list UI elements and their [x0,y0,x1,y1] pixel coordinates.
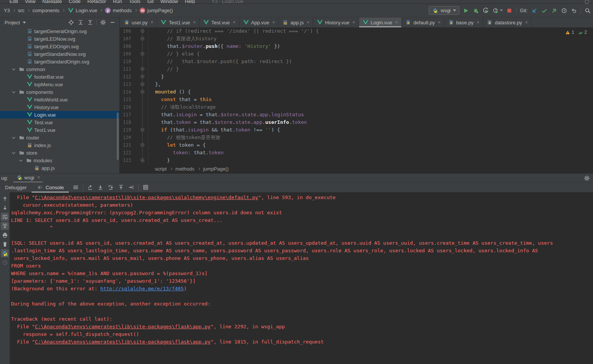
close-tab-icon[interactable]: × [272,20,275,25]
tree-item-targetstandardorigin-svg[interactable]: targetStandardOrigin.svg [0,58,119,65]
tree-item-router[interactable]: router [0,134,119,141]
close-icon[interactable]: × [37,175,40,180]
git-rollback-button[interactable] [571,7,577,14]
history-icon[interactable] [1,258,9,266]
settings-icon[interactable] [583,175,590,181]
close-tab-icon[interactable]: × [193,20,196,25]
tree-item-footerbar-vue[interactable]: footerBar.vue [0,73,119,81]
tree-item-topmenu-vue[interactable]: topMenu.vue [0,81,119,88]
close-tab-icon[interactable]: × [151,20,153,25]
options-menu-button[interactable] [73,184,79,191]
editor-breadcrumb-item[interactable]: jumpPage() [203,166,229,172]
soft-wrap-button[interactable] [1,213,9,221]
breadcrumb-item[interactable]: mjumpPage() [140,8,173,13]
editor-tab-default-py[interactable]: default.py× [402,17,444,27]
fold-marker-icon[interactable] [141,90,144,93]
close-tab-icon[interactable]: × [395,20,398,25]
move-down-button[interactable] [108,184,114,191]
chevron-down-icon[interactable] [12,135,15,138]
menu-item-refactor[interactable]: Refactor [84,0,110,3]
down-stack-trace-button[interactable] [1,204,9,212]
restore-layout-button[interactable] [87,184,94,191]
python-console-button[interactable] [1,249,9,257]
stop-button[interactable] [506,7,513,14]
breadcrumb-item[interactable]: pmethods [105,8,132,13]
tab-debugger[interactable]: Debugger [0,182,32,193]
run-config-select[interactable]: wsgi [429,6,459,15]
close-tab-icon[interactable]: × [307,20,309,25]
menu-item-edit[interactable]: Edit [6,0,21,3]
menu-item-view[interactable]: View [21,0,39,3]
tab-console[interactable]: Console [32,182,69,193]
tree-item-history-vue[interactable]: History.vue [0,103,119,111]
close-tab-icon[interactable]: × [233,20,235,25]
fold-marker-icon[interactable] [141,67,144,71]
editor-tab-test-vue[interactable]: Test.vue× [200,17,239,27]
editor-tab-user-py[interactable]: user.py× [120,17,157,27]
menu-item-navigate[interactable]: Navigate [39,0,65,3]
clear-console-button[interactable] [1,240,9,248]
fold-marker-icon[interactable] [141,29,144,33]
debug-session-tab[interactable]: wsgi × [13,174,43,182]
code-editor[interactable]: 1 2 106 // if (redirect === '/index' || … [120,27,593,164]
tree-item-helloworld-vue[interactable]: HelloWorld.vue [0,96,119,103]
search-everywhere-button[interactable] [584,7,591,14]
editor-breadcrumb-item[interactable]: script [155,166,167,172]
run-button[interactable] [463,7,469,14]
editor-breadcrumb-item[interactable]: methods [175,166,194,172]
chevron-down-icon[interactable] [12,150,15,154]
editor-tab-login-vue[interactable]: Login.vue× [359,17,402,27]
git-update-button[interactable] [531,7,537,14]
tree-item-test-vue[interactable]: Test.vue [0,119,119,126]
tree-item-index-js[interactable]: JSindex.js [0,141,119,149]
editor-tab-datastore-py[interactable]: datastore.py× [483,17,532,27]
scroll-up-button[interactable] [118,184,124,191]
chevron-down-icon[interactable] [500,9,503,11]
fold-marker-icon[interactable] [141,158,144,162]
console-output[interactable]: File "C:\Anaconda3\envs\cameratest\lib\s… [10,192,593,364]
menu-item-code[interactable]: Code [65,0,84,3]
breadcrumb-item[interactable]: Login.vue [67,7,97,14]
tree-item-test1-vue[interactable]: Test1.vue [0,126,119,134]
tree-item-targetledorigin-svg[interactable]: targetLEDOrigin.svg [0,43,119,50]
editor-tab-test1-vue[interactable]: Test1.vue× [157,17,200,27]
profiler-button[interactable] [493,7,499,14]
close-tab-icon[interactable]: × [438,20,440,25]
locate-file-button[interactable] [68,19,74,26]
menu-item-help[interactable]: Help [181,0,199,3]
settings-icon[interactable] [100,19,106,26]
fold-marker-icon[interactable] [141,82,144,86]
hide-panel-button[interactable] [109,19,116,26]
chevron-down-icon[interactable] [23,22,26,24]
breadcrumb-item[interactable]: src [18,8,24,13]
print-button[interactable] [1,231,9,239]
fold-marker-icon[interactable] [141,52,144,55]
git-history-button[interactable] [561,7,567,14]
close-tab-icon[interactable]: × [353,20,355,25]
menu-item-tools[interactable]: Tools [126,0,144,3]
tree-item-store[interactable]: store [0,149,119,157]
tree-item-targetlednow-svg[interactable]: targetLEDNow.svg [0,35,119,43]
editor-tab-history-vue[interactable]: History.vue× [313,17,359,27]
tree-item-common[interactable]: common [0,65,119,73]
scroll-down-button[interactable] [97,184,104,191]
editor-tab-app-vue[interactable]: App.vue× [239,17,279,27]
close-tab-icon[interactable]: × [477,20,479,25]
tree-item-targetstandardnow-svg[interactable]: targetStandardNow.svg [0,50,119,58]
tree-item-modules[interactable]: modules [0,157,119,164]
scroll-to-end-button[interactable] [1,222,9,230]
breadcrumb-item[interactable]: Y3 [4,8,10,13]
chevron-down-icon[interactable] [12,90,15,93]
chevron-down-icon[interactable] [12,67,15,70]
tree-item-components[interactable]: components [0,88,119,96]
editor-tab-app-js[interactable]: JSapp.js× [279,17,313,27]
project-panel-title[interactable]: Project [5,20,20,25]
tree-item-targetgeneralorigin-svg[interactable]: targetGeneralOrigin.svg [0,27,119,35]
fold-marker-icon[interactable] [141,143,144,147]
file-link[interactable]: C:\Anaconda3\envs\cameratest\lib\site-pa… [35,324,211,329]
collapse-all-button[interactable] [87,19,93,26]
inspections-widget[interactable]: 1 2 [565,30,587,35]
git-push-button[interactable] [551,7,557,14]
expand-all-button[interactable] [77,19,84,26]
up-stack-trace-button[interactable] [1,195,9,203]
